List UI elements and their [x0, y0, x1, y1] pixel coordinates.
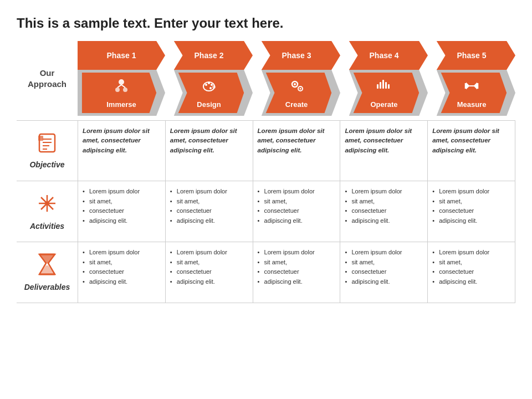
phase-4-icon — [376, 78, 392, 98]
phase-1-top: Phase 1 — [78, 41, 165, 70]
svg-point-21 — [294, 83, 296, 85]
phase-2-bottom: Design — [165, 70, 253, 116]
activities-icon — [36, 192, 58, 218]
phase-3: Phase 3 Create — [253, 41, 340, 116]
svg-rect-27 — [377, 84, 378, 89]
objective-cell-2: Lorem ipsum dolor sit amet, consectetuer… — [165, 121, 253, 181]
list-item: Lorem ipsum dolor — [258, 248, 336, 258]
slide-title: This is a sample text. Enter your text h… — [17, 16, 515, 31]
phase-5-label: Phase 5 — [457, 51, 487, 60]
objective-cell-1: Lorem ipsum dolor sit amet, consectetuer… — [78, 121, 165, 181]
list-item: Lorem ipsum dolor — [170, 248, 248, 258]
phase-5-bottom: Measure — [428, 70, 515, 116]
phase-2-label: Phase 2 — [195, 51, 224, 60]
svg-line-6 — [117, 85, 121, 88]
list-item: sit amet, — [258, 258, 336, 268]
list-item: adipiscing elit. — [432, 277, 510, 287]
activities-list-3: Lorem ipsum dolorsit amet,consectetuerad… — [258, 187, 336, 226]
list-item: consectetuer — [432, 206, 510, 216]
row-label-objective: Objective — [17, 121, 78, 181]
list-item: Lorem ipsum dolor — [170, 187, 248, 197]
activities-cell-1: Lorem ipsum dolorsit amet,consectetuerad… — [78, 181, 165, 242]
phase-1-bottom: Immerse — [78, 70, 165, 116]
objective-cell-3: Lorem ipsum dolor sit amet, consectetuer… — [253, 121, 340, 181]
deliverables-list-1: Lorem ipsum dolorsit amet,consectetuerad… — [83, 248, 161, 287]
list-item: adipiscing elit. — [83, 216, 161, 226]
phases-row: OurApproach Phase 1 Immerse Phase 2 D — [17, 41, 515, 116]
svg-point-14 — [211, 84, 213, 86]
activities-list-5: Lorem ipsum dolorsit amet,consectetuerad… — [432, 187, 510, 226]
deliverables-cells: Lorem ipsum dolorsit amet,consectetuerad… — [78, 242, 515, 303]
svg-point-15 — [209, 87, 212, 89]
table-row-objective: Objective Lorem ipsum dolor sit amet, co… — [17, 120, 515, 181]
row-label-deliverables: Deliverables — [17, 242, 78, 303]
list-item: sit amet, — [170, 258, 248, 268]
list-item: sit amet, — [83, 258, 161, 268]
list-item: consectetuer — [432, 267, 510, 277]
activities-cell-3: Lorem ipsum dolorsit amet,consectetuerad… — [253, 181, 340, 242]
svg-marker-36 — [467, 84, 469, 88]
list-item: Lorem ipsum dolor — [83, 187, 161, 197]
table-row-deliverables: Deliverables Lorem ipsum dolorsit amet,c… — [17, 242, 515, 303]
list-item: adipiscing elit. — [345, 216, 423, 226]
objective-text-3: Lorem ipsum dolor sit amet, consectetuer… — [258, 126, 336, 155]
phase-4-top: Phase 4 — [340, 41, 428, 70]
list-item: Lorem ipsum dolor — [345, 187, 423, 197]
objective-icon — [37, 133, 57, 157]
phase-2: Phase 2 Design — [165, 41, 253, 116]
deliverables-list-4: Lorem ipsum dolorsit amet,consectetuerad… — [345, 248, 423, 287]
list-item: sit amet, — [258, 197, 336, 207]
objective-cell-5: Lorem ipsum dolor sit amet, consectetuer… — [427, 121, 515, 181]
svg-marker-50 — [39, 254, 55, 263]
list-item: Lorem ipsum dolor — [432, 248, 510, 258]
list-item: consectetuer — [258, 267, 336, 277]
list-item: consectetuer — [170, 206, 248, 216]
phase-1-label: Phase 1 — [107, 51, 136, 60]
svg-point-12 — [205, 84, 207, 86]
phase-3-top: Phase 3 — [253, 41, 340, 70]
phase-2-name: Design — [197, 100, 221, 109]
phase-4-bottom: Operate — [340, 70, 428, 116]
phase-3-name: Create — [285, 100, 308, 109]
phase-3-label: Phase 3 — [282, 51, 311, 60]
list-item: consectetuer — [170, 267, 248, 277]
list-item: adipiscing elit. — [83, 277, 161, 287]
list-item: Lorem ipsum dolor — [83, 248, 161, 258]
activities-cell-5: Lorem ipsum dolorsit amet,consectetuerad… — [427, 181, 515, 242]
table-row-activities: Activities Lorem ipsum dolorsit amet,con… — [17, 181, 515, 242]
list-item: Lorem ipsum dolor — [345, 248, 423, 258]
phase-1-name: Immerse — [106, 100, 136, 109]
list-item: adipiscing elit. — [170, 277, 248, 287]
list-item: adipiscing elit. — [432, 216, 510, 226]
list-item: Lorem ipsum dolor — [258, 187, 336, 197]
svg-rect-28 — [380, 82, 381, 89]
deliverables-list-3: Lorem ipsum dolorsit amet,consectetuerad… — [258, 248, 336, 287]
deliverables-cell-3: Lorem ipsum dolorsit amet,consectetuerad… — [253, 242, 340, 303]
deliverables-cell-5: Lorem ipsum dolorsit amet,consectetuerad… — [427, 242, 515, 303]
svg-point-5 — [123, 88, 127, 92]
phases-container: Phase 1 Immerse Phase 2 Design Phase 3 — [78, 41, 515, 116]
activities-list-4: Lorem ipsum dolorsit amet,consectetuerad… — [345, 187, 423, 226]
phase-2-top: Phase 2 — [165, 41, 253, 70]
svg-rect-30 — [385, 82, 387, 89]
phase-1: Phase 1 Immerse — [78, 41, 165, 116]
svg-point-13 — [208, 82, 210, 84]
deliverables-cell-2: Lorem ipsum dolorsit amet,consectetuerad… — [165, 242, 253, 303]
phase-4: Phase 4 Operate — [340, 41, 428, 116]
list-item: consectetuer — [258, 206, 336, 216]
list-item: adipiscing elit. — [258, 277, 336, 287]
list-item: sit amet, — [170, 197, 248, 207]
activities-cell-4: Lorem ipsum dolorsit amet,consectetuerad… — [340, 181, 427, 242]
objective-text-4: Lorem ipsum dolor sit amet, consectetuer… — [345, 126, 423, 155]
phase-4-name: Operate — [370, 100, 397, 109]
list-item: sit amet, — [345, 258, 423, 268]
list-item: consectetuer — [83, 206, 161, 216]
list-item: sit amet, — [432, 197, 510, 207]
phase-5-name: Measure — [457, 100, 487, 109]
list-item: consectetuer — [345, 206, 423, 216]
list-item: consectetuer — [83, 267, 161, 277]
svg-point-4 — [115, 88, 120, 92]
list-item: sit amet, — [83, 197, 161, 207]
svg-rect-29 — [382, 80, 384, 89]
activities-list-2: Lorem ipsum dolorsit amet,consectetuerad… — [170, 187, 248, 226]
